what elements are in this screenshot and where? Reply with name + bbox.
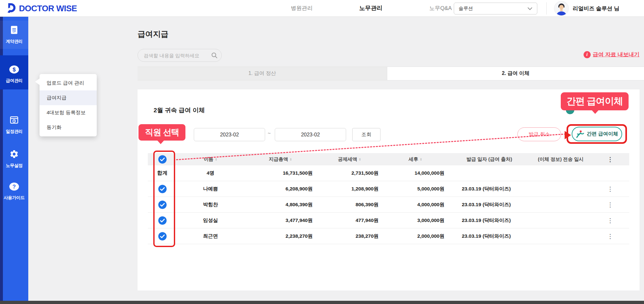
more-icon: ⋮ — [607, 202, 613, 208]
section-title: 2월 귀속 급여 이체 — [154, 106, 205, 115]
app-screen: DOCTOR WISE 병원관리 노무관리 노무Q&A 솔루션 리얼비즈 솔루션… — [0, 0, 644, 304]
contract-document-icon — [9, 25, 19, 36]
top-header: DOCTOR WISE 병원관리 노무관리 노무Q&A 솔루션 리얼비즈 솔루션… — [0, 0, 644, 17]
sidebar-item-contracts[interactable]: 계약관리 — [0, 21, 28, 49]
sidebar-item-label: 사용가이드 — [4, 195, 25, 201]
search-box — [138, 49, 222, 62]
sidebar-item-label: 일정관리 — [6, 129, 22, 134]
sidebar-item-label: 계약관리 — [6, 39, 22, 44]
more-icon: ⋮ — [607, 217, 613, 224]
sidebar-item-label: 급여관리 — [6, 78, 22, 84]
pay-total: 3,477,940원 — [244, 217, 317, 224]
nav-hospital-management[interactable]: 병원관리 — [291, 5, 313, 12]
date-from-input[interactable]: 2023-02 — [194, 128, 265, 141]
row-menu-button[interactable]: ⋮ — [591, 186, 629, 192]
step-tabs: 1. 급여 정산 2. 급여 이체 — [138, 67, 644, 80]
column-header-net[interactable]: 세후 — [382, 156, 448, 162]
row-menu-button[interactable]: ⋮ — [591, 202, 629, 208]
net-pay: 5,000,000원 — [382, 186, 448, 192]
logo-text: DOCTOR WISE — [19, 4, 77, 14]
summary-row: 합계 4명 16,731,500원 2,731,500원 14,000,000원 — [148, 165, 629, 181]
employee-name: 임성실 — [177, 217, 244, 224]
summary-total: 16,731,500원 — [244, 170, 317, 177]
tab-salary-transfer[interactable]: 2. 급여 이체 — [387, 67, 644, 80]
dollar-icon: $ — [9, 65, 20, 75]
table-header-row: 이름 지급총액 공제세액 세후 발급 일자 (급여 출처) (이체 정보) 전송… — [148, 153, 629, 165]
sidebar-item-labor-settings[interactable]: 노무설정 — [0, 145, 28, 173]
table-row: 나예쁨 6,208,900원 1,208,900원 5,000,000원 23.… — [148, 181, 629, 197]
sidebar-item-label: 노무설정 — [6, 163, 22, 169]
sort-icon — [420, 158, 422, 161]
row-menu-button[interactable]: ⋮ — [591, 233, 629, 239]
sort-icon — [359, 158, 361, 161]
deduction: 1,208,900원 — [317, 186, 382, 192]
sort-icon — [290, 158, 292, 161]
logo[interactable]: DOCTOR WISE — [6, 3, 77, 14]
net-pay: 4,000,000원 — [382, 201, 448, 208]
issue-date: 23.03.19 (닥터와이즈) — [448, 201, 530, 208]
net-pay: 3,000,000원 — [382, 217, 448, 224]
info-icon: i — [584, 51, 591, 58]
submenu-item-sync[interactable]: 동기화 — [40, 120, 97, 135]
annotation-highlight-checkbox-column — [153, 151, 175, 247]
transfer-table: 이름 지급총액 공제세액 세후 발급 일자 (급여 출처) (이체 정보) 전송… — [148, 153, 629, 244]
employee-name: 박힘찬 — [177, 201, 244, 208]
column-header-deduction[interactable]: 공제세액 — [317, 156, 382, 162]
net-pay: 2,000,000원 — [382, 233, 448, 240]
issue-date: 23.03.19 (닥터와이즈) — [448, 186, 530, 192]
nav-labor-qna[interactable]: 노무Q&A — [429, 5, 452, 12]
more-icon: ⋮ — [607, 156, 613, 162]
table-row: 임성실 3,477,940원 477,940원 3,000,000원 23.03… — [148, 213, 629, 228]
user-avatar[interactable] — [554, 1, 569, 16]
submenu-item-salary-payment[interactable]: 급여지급 — [40, 90, 97, 105]
annotation-highlight-transfer-button — [567, 124, 627, 144]
column-header-issue-date: 발급 일자 (급여 출처) — [448, 156, 530, 162]
table-row: 최근면 2,238,270원 238,270원 2,000,000원 23.03… — [148, 228, 629, 244]
column-header-total[interactable]: 지급총액 — [244, 156, 317, 162]
sidebar-item-payroll[interactable]: $ 급여관리 — [0, 55, 28, 89]
employee-name: 나예쁨 — [177, 186, 244, 192]
question-icon: ? — [9, 182, 20, 192]
search-input[interactable] — [144, 53, 210, 58]
summary-headcount: 4명 — [177, 170, 244, 177]
header-divider — [546, 2, 547, 14]
more-icon: ⋮ — [607, 186, 613, 192]
column-header-menu[interactable]: ⋮ — [591, 156, 629, 162]
sidebar-item-schedule[interactable]: 일정관리 — [0, 111, 28, 139]
sort-icon — [215, 158, 217, 161]
bottom-scroll-bar[interactable] — [0, 301, 644, 304]
user-name: 리얼비즈 솔루션 님 — [573, 5, 619, 12]
pay-total: 2,238,270원 — [244, 233, 317, 240]
issue-date: 23.03.19 (닥터와이즈) — [448, 217, 530, 224]
annotation-easy-transfer-badge: 간편 급여이체 — [561, 92, 629, 110]
nav-labor-management[interactable]: 노무관리 — [359, 4, 382, 12]
column-header-sent-at: (이체 정보) 전송 일시 — [530, 156, 591, 162]
sidebar: 계약관리 $ 급여관리 일정관리 — [0, 17, 28, 301]
date-to-input[interactable]: 2023-02 — [275, 128, 346, 141]
annotation-select-employees-badge: 직원 선택 — [139, 124, 185, 141]
issue-date: 23.03.19 (닥터와이즈) — [448, 233, 530, 240]
row-menu-button[interactable]: ⋮ — [591, 217, 629, 224]
table-row: 박힘찬 4,806,390원 806,390원 4,000,000원 23.03… — [148, 197, 629, 213]
annotation-arrow-icon — [565, 131, 571, 139]
summary-deduction: 2,731,500원 — [317, 170, 382, 177]
submenu-item-insurance-info[interactable]: 4대보험 등록정보 — [40, 105, 97, 120]
workspace-select[interactable]: 솔루션 — [454, 3, 537, 14]
payroll-submenu: 업로드 급여 관리 급여지급 4대보험 등록정보 동기화 — [40, 74, 97, 136]
summary-net: 14,000,000원 — [382, 170, 448, 177]
pay-total: 6,208,900원 — [244, 186, 317, 192]
query-button[interactable]: 조회 — [352, 128, 380, 141]
submenu-pointer — [35, 78, 40, 85]
sidebar-item-user-guide[interactable]: ? 사용가이드 — [0, 178, 28, 205]
submenu-item-upload-payroll[interactable]: 업로드 급여 관리 — [40, 76, 97, 90]
page-title: 급여지급 — [138, 29, 168, 39]
export-payroll-link[interactable]: i 급여 자료 내보내기 — [584, 51, 640, 58]
more-icon: ⋮ — [607, 233, 613, 239]
tab-salary-settlement[interactable]: 1. 급여 정산 — [138, 67, 387, 80]
gear-icon — [9, 149, 19, 160]
svg-text:$: $ — [13, 67, 16, 73]
deduction: 806,390원 — [317, 201, 382, 208]
search-icon[interactable] — [211, 52, 218, 59]
employee-name: 최근면 — [177, 233, 244, 240]
deduction: 477,940원 — [317, 217, 382, 224]
